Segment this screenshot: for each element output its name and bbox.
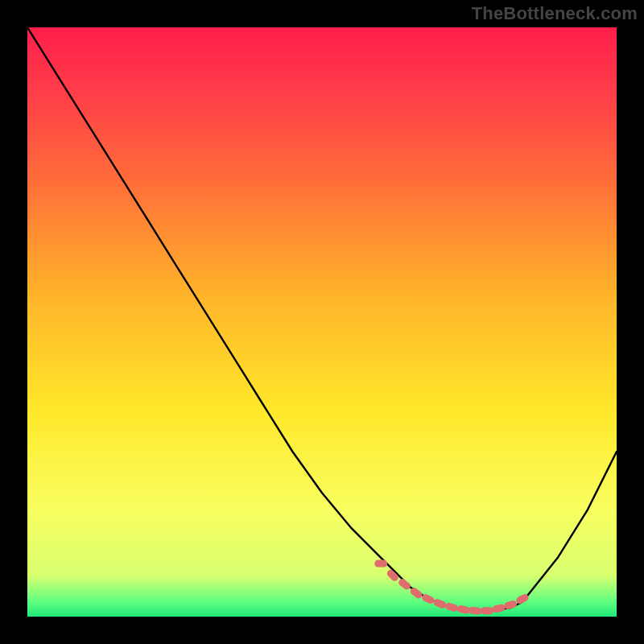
watermark-text: TheBottleneck.com [472,3,638,24]
chart-svg [27,27,617,617]
chart-frame: TheBottleneck.com [0,0,644,644]
gradient-background [27,27,617,617]
highlight-marker [481,607,493,614]
highlight-marker [374,560,387,568]
plot-area [27,27,617,617]
